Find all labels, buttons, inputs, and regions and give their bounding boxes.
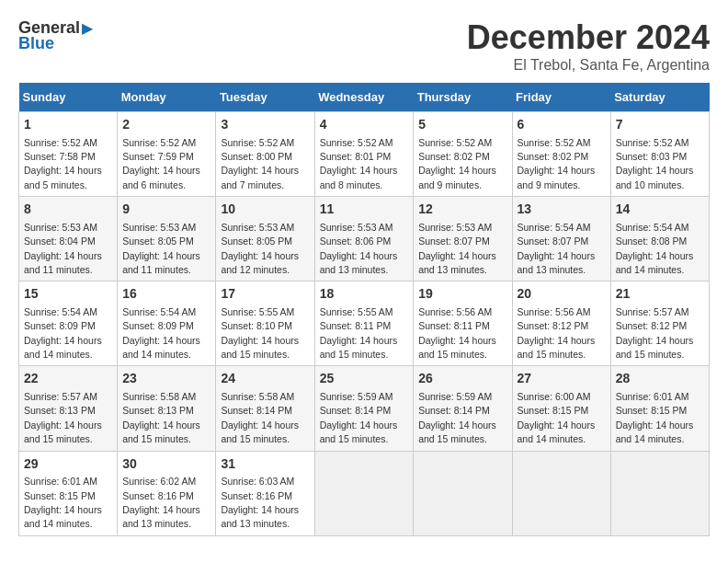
day-sunset: Sunset: 8:02 PM bbox=[518, 151, 589, 162]
day-daylight: Daylight: 14 hours and 15 minutes. bbox=[418, 419, 496, 444]
day-cell: 23Sunrise: 5:58 AMSunset: 8:13 PMDayligh… bbox=[118, 366, 216, 451]
day-cell: 31Sunrise: 6:03 AMSunset: 8:16 PMDayligh… bbox=[216, 451, 314, 535]
day-number: 31 bbox=[221, 455, 309, 474]
day-sunrise: Sunrise: 5:52 AM bbox=[616, 137, 689, 148]
day-sunrise: Sunrise: 5:58 AM bbox=[122, 391, 196, 402]
day-sunset: Sunset: 8:14 PM bbox=[221, 405, 292, 416]
day-sunset: Sunset: 8:09 PM bbox=[122, 320, 194, 331]
day-number: 26 bbox=[418, 370, 506, 388]
day-sunset: Sunset: 8:11 PM bbox=[320, 320, 392, 331]
header-day-friday: Friday bbox=[512, 83, 610, 112]
day-number: 7 bbox=[616, 116, 704, 134]
day-daylight: Daylight: 14 hours and 14 minutes. bbox=[518, 419, 596, 444]
location-title: El Trebol, Santa Fe, Argentina bbox=[467, 57, 710, 74]
day-cell: 4Sunrise: 5:52 AMSunset: 8:01 PMDaylight… bbox=[314, 112, 414, 197]
day-number: 9 bbox=[122, 201, 210, 219]
day-daylight: Daylight: 14 hours and 15 minutes. bbox=[418, 335, 496, 360]
day-cell: 24Sunrise: 5:58 AMSunset: 8:14 PMDayligh… bbox=[216, 366, 314, 451]
day-sunset: Sunset: 8:14 PM bbox=[320, 405, 392, 416]
day-number: 2 bbox=[122, 116, 210, 134]
day-number: 14 bbox=[616, 201, 704, 219]
day-sunset: Sunset: 8:12 PM bbox=[518, 320, 589, 331]
day-cell: 30Sunrise: 6:02 AMSunset: 8:16 PMDayligh… bbox=[118, 451, 216, 535]
day-sunrise: Sunrise: 5:56 AM bbox=[518, 306, 591, 317]
day-sunset: Sunset: 8:16 PM bbox=[221, 490, 292, 501]
day-sunrise: Sunrise: 6:02 AM bbox=[122, 476, 196, 487]
day-daylight: Daylight: 14 hours and 15 minutes. bbox=[320, 335, 398, 360]
day-number: 18 bbox=[320, 285, 409, 304]
day-sunset: Sunset: 8:08 PM bbox=[616, 236, 688, 247]
day-sunset: Sunset: 8:15 PM bbox=[616, 405, 688, 416]
day-number: 17 bbox=[221, 285, 309, 304]
day-number: 6 bbox=[518, 116, 606, 134]
day-sunset: Sunset: 8:15 PM bbox=[518, 405, 589, 416]
day-sunrise: Sunrise: 6:01 AM bbox=[24, 476, 97, 487]
header-row: SundayMondayTuesdayWednesdayThursdayFrid… bbox=[19, 83, 710, 112]
day-daylight: Daylight: 14 hours and 14 minutes. bbox=[24, 335, 102, 360]
day-sunrise: Sunrise: 5:53 AM bbox=[418, 222, 492, 233]
day-sunrise: Sunrise: 5:52 AM bbox=[122, 137, 196, 148]
day-sunrise: Sunrise: 5:59 AM bbox=[320, 391, 393, 402]
day-cell: 8Sunrise: 5:53 AMSunset: 8:04 PMDaylight… bbox=[19, 197, 118, 282]
calendar-table: SundayMondayTuesdayWednesdayThursdayFrid… bbox=[18, 83, 710, 536]
day-daylight: Daylight: 14 hours and 9 minutes. bbox=[518, 165, 596, 190]
day-cell: 27Sunrise: 6:00 AMSunset: 8:15 PMDayligh… bbox=[512, 366, 610, 451]
day-number: 22 bbox=[24, 370, 112, 388]
day-cell: 20Sunrise: 5:56 AMSunset: 8:12 PMDayligh… bbox=[512, 282, 610, 366]
day-sunset: Sunset: 7:59 PM bbox=[122, 151, 194, 162]
day-number: 30 bbox=[122, 455, 210, 474]
day-number: 25 bbox=[320, 370, 409, 388]
day-sunrise: Sunrise: 5:57 AM bbox=[616, 306, 689, 317]
day-sunset: Sunset: 8:00 PM bbox=[221, 151, 292, 162]
day-cell: 28Sunrise: 6:01 AMSunset: 8:15 PMDayligh… bbox=[610, 366, 709, 451]
empty-cell bbox=[512, 451, 610, 535]
day-daylight: Daylight: 14 hours and 13 minutes. bbox=[320, 250, 398, 275]
header: General ▶ Blue December 2024 El Trebol, … bbox=[18, 18, 710, 74]
day-daylight: Daylight: 14 hours and 15 minutes. bbox=[221, 335, 299, 360]
day-cell: 14Sunrise: 5:54 AMSunset: 8:08 PMDayligh… bbox=[610, 197, 709, 282]
header-day-tuesday: Tuesday bbox=[216, 83, 314, 112]
day-daylight: Daylight: 14 hours and 6 minutes. bbox=[122, 165, 200, 190]
day-number: 8 bbox=[24, 201, 112, 219]
day-cell: 26Sunrise: 5:59 AMSunset: 8:14 PMDayligh… bbox=[414, 366, 512, 451]
calendar-week-row: 1Sunrise: 5:52 AMSunset: 7:58 PMDaylight… bbox=[19, 112, 710, 197]
day-number: 13 bbox=[518, 201, 606, 219]
header-day-thursday: Thursday bbox=[414, 83, 512, 112]
day-sunrise: Sunrise: 5:59 AM bbox=[418, 391, 492, 402]
day-sunrise: Sunrise: 5:55 AM bbox=[320, 306, 393, 317]
day-sunset: Sunset: 8:01 PM bbox=[320, 151, 392, 162]
day-sunset: Sunset: 8:12 PM bbox=[616, 320, 688, 331]
day-sunrise: Sunrise: 5:54 AM bbox=[122, 306, 196, 317]
day-daylight: Daylight: 14 hours and 15 minutes. bbox=[122, 419, 200, 444]
day-number: 28 bbox=[616, 370, 704, 388]
day-daylight: Daylight: 14 hours and 13 minutes. bbox=[122, 504, 200, 529]
calendar-week-row: 8Sunrise: 5:53 AMSunset: 8:04 PMDaylight… bbox=[19, 197, 710, 282]
calendar-week-row: 22Sunrise: 5:57 AMSunset: 8:13 PMDayligh… bbox=[19, 366, 710, 451]
day-daylight: Daylight: 14 hours and 13 minutes. bbox=[221, 504, 299, 529]
day-daylight: Daylight: 14 hours and 15 minutes. bbox=[518, 335, 596, 360]
day-number: 24 bbox=[221, 370, 309, 388]
day-cell: 11Sunrise: 5:53 AMSunset: 8:06 PMDayligh… bbox=[314, 197, 414, 282]
calendar-week-row: 29Sunrise: 6:01 AMSunset: 8:15 PMDayligh… bbox=[19, 451, 710, 535]
day-cell: 6Sunrise: 5:52 AMSunset: 8:02 PMDaylight… bbox=[512, 112, 610, 197]
day-sunrise: Sunrise: 6:03 AM bbox=[221, 476, 294, 487]
day-number: 16 bbox=[122, 285, 210, 304]
day-daylight: Daylight: 14 hours and 14 minutes. bbox=[24, 504, 102, 529]
day-cell: 15Sunrise: 5:54 AMSunset: 8:09 PMDayligh… bbox=[19, 282, 118, 366]
empty-cell bbox=[314, 451, 414, 535]
day-sunset: Sunset: 8:09 PM bbox=[24, 320, 96, 331]
day-sunset: Sunset: 8:03 PM bbox=[616, 151, 688, 162]
empty-cell bbox=[610, 451, 709, 535]
header-day-sunday: Sunday bbox=[19, 83, 118, 112]
day-sunrise: Sunrise: 5:52 AM bbox=[320, 137, 393, 148]
day-cell: 18Sunrise: 5:55 AMSunset: 8:11 PMDayligh… bbox=[314, 282, 414, 366]
day-cell: 3Sunrise: 5:52 AMSunset: 8:00 PMDaylight… bbox=[216, 112, 314, 197]
day-daylight: Daylight: 14 hours and 11 minutes. bbox=[24, 250, 102, 275]
day-daylight: Daylight: 14 hours and 8 minutes. bbox=[320, 165, 398, 190]
day-daylight: Daylight: 14 hours and 13 minutes. bbox=[518, 250, 596, 275]
day-daylight: Daylight: 14 hours and 13 minutes. bbox=[418, 250, 496, 275]
day-cell: 7Sunrise: 5:52 AMSunset: 8:03 PMDaylight… bbox=[610, 112, 709, 197]
day-number: 12 bbox=[418, 201, 506, 219]
day-cell: 29Sunrise: 6:01 AMSunset: 8:15 PMDayligh… bbox=[19, 451, 118, 535]
day-sunset: Sunset: 8:14 PM bbox=[418, 405, 490, 416]
